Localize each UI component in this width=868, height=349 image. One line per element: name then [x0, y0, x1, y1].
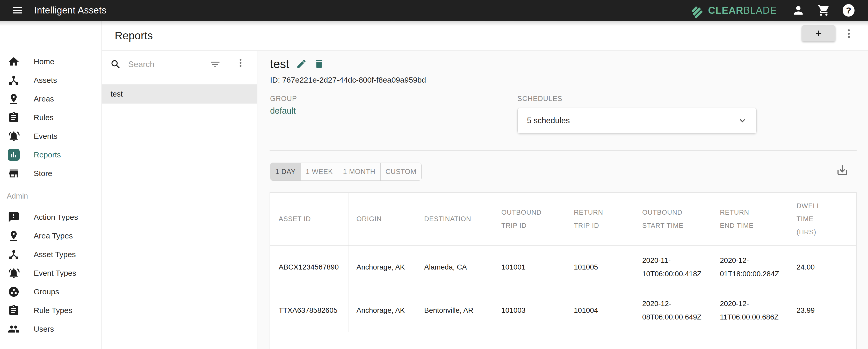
table-header-row: ASSET ID ORIGIN DESTINATION OUTBOUND TRI… [270, 193, 856, 246]
sidebar-divider [0, 185, 101, 185]
sidebar-item-reports[interactable]: Reports [0, 146, 101, 164]
search-icon [110, 59, 121, 70]
rule-types-icon [8, 305, 20, 316]
list-item[interactable]: test [102, 85, 257, 103]
page-title: Reports [115, 30, 153, 42]
groups-icon [8, 286, 20, 298]
report-list-panel: test [102, 51, 257, 349]
schedules-label: SCHEDULES [517, 95, 562, 103]
clearblade-logo-icon [689, 2, 705, 19]
tab-1-week[interactable]: 1 WEEK [301, 163, 338, 181]
col-header-asset-id: ASSET ID [270, 193, 348, 246]
col-header-origin: ORIGIN [348, 193, 416, 246]
cart-icon[interactable] [817, 4, 830, 17]
col-header-dwell-time: DWELL TIME (HRS) [789, 193, 856, 246]
help-icon[interactable]: ? [843, 4, 855, 17]
tab-1-month[interactable]: 1 MONTH [338, 163, 380, 181]
cell-outbound-start-time: 2020-11-10T06:00:00.418Z [634, 246, 712, 289]
report-list: test [102, 78, 257, 103]
account-icon[interactable] [792, 4, 805, 17]
store-icon [8, 167, 20, 180]
cell-asset-id: ABCX1234567890 [270, 246, 348, 289]
cell-destination: Bentonville, AR [416, 289, 494, 332]
rules-icon [8, 112, 20, 124]
more-vert-icon[interactable] [843, 28, 855, 43]
cell-dwell-time: 23.99 [789, 289, 856, 332]
cell-return-trip-id: 101004 [566, 289, 634, 332]
action-types-icon [8, 211, 20, 223]
cell-origin: Anchorage, AK [348, 246, 416, 289]
time-range-tabs: 1 DAY 1 WEEK 1 MONTH CUSTOM [270, 163, 422, 181]
events-icon [8, 130, 20, 142]
cell-return-trip-id: 101005 [566, 246, 634, 289]
download-icon[interactable] [836, 164, 849, 177]
sidebar-item-store[interactable]: Store [0, 164, 101, 183]
menu-icon[interactable] [11, 4, 24, 17]
sidebar-item-asset-types[interactable]: Asset Types [0, 245, 101, 264]
admin-section-label: Admin [0, 191, 101, 201]
cell-outbound-trip-id: 101001 [494, 246, 566, 289]
schedules-value: 5 schedules [527, 116, 570, 125]
sidebar-item-rule-types[interactable]: Rule Types [0, 301, 101, 320]
tab-1-day[interactable]: 1 DAY [270, 163, 301, 181]
app-title: Intelligent Assets [34, 5, 106, 16]
col-header-return-end-time: RETURN END TIME [712, 193, 789, 246]
delete-icon[interactable] [314, 59, 324, 69]
sidebar-item-home[interactable]: Home [0, 52, 101, 71]
add-report-button[interactable]: + [802, 25, 835, 41]
sidebar: Home Assets Areas Rules Events Reports S… [0, 21, 102, 349]
sidebar-item-events[interactable]: Events [0, 127, 101, 146]
sidebar-item-users[interactable]: Users [0, 320, 101, 338]
search-bar [102, 51, 257, 78]
report-id: ID: 767e221e-2d27-44dc-800f-f8ea09a959bd [270, 75, 426, 85]
cell-return-end-time: 2020-12-01T18:00:00.284Z [712, 246, 789, 289]
page-header: Reports + [102, 21, 868, 51]
report-detail: test ID: 767e221e-2d27-44dc-800f-f8ea09a… [257, 51, 868, 349]
sidebar-item-assets[interactable]: Assets [0, 71, 101, 90]
search-input[interactable] [128, 60, 198, 69]
area-types-icon [8, 230, 20, 242]
app-bar: Intelligent Assets CLEARBLADE ? [0, 0, 868, 21]
tab-custom[interactable]: CUSTOM [380, 163, 422, 181]
cell-origin: Anchorage, AK [348, 289, 416, 332]
clearblade-logo: CLEARBLADE [689, 2, 777, 19]
sidebar-item-groups[interactable]: Groups [0, 282, 101, 301]
table-row[interactable]: ABCX1234567890 Anchorage, AK Alameda, CA… [270, 246, 856, 289]
chevron-down-icon [737, 116, 748, 126]
users-icon [8, 323, 20, 335]
cell-destination: Alameda, CA [416, 246, 494, 289]
cell-return-end-time: 2020-12-11T06:00:00.686Z [712, 289, 789, 332]
sidebar-item-action-types[interactable]: Action Types [0, 208, 101, 226]
report-name: test [270, 57, 289, 71]
cell-outbound-start-time: 2020-12-08T06:00:00.649Z [634, 289, 712, 332]
event-types-icon [8, 267, 20, 279]
edit-icon[interactable] [296, 59, 307, 69]
sidebar-item-rules[interactable]: Rules [0, 108, 101, 127]
cell-asset-id: TTXA6378582605 [270, 289, 348, 332]
table-row[interactable]: TTXA6378582605 Anchorage, AK Bentonville… [270, 289, 856, 332]
sidebar-item-areas[interactable]: Areas [0, 90, 101, 108]
cell-outbound-trip-id: 101003 [494, 289, 566, 332]
group-label: GROUP [270, 95, 297, 103]
more-vert-icon[interactable] [236, 58, 246, 71]
sidebar-item-event-types[interactable]: Event Types [0, 264, 101, 282]
sidebar-item-area-types[interactable]: Area Types [0, 226, 101, 245]
clearblade-logo-text: CLEARBLADE [708, 5, 777, 16]
cell-dwell-time: 24.00 [789, 246, 856, 289]
group-link[interactable]: default [270, 106, 296, 116]
col-header-outbound-trip-id: OUTBOUND TRIP ID [494, 193, 566, 246]
asset-types-icon [8, 249, 20, 260]
assets-icon [8, 74, 20, 86]
reports-icon [8, 149, 20, 161]
filter-icon[interactable] [210, 59, 221, 70]
trips-table-card: ASSET ID ORIGIN DESTINATION OUTBOUND TRI… [270, 192, 857, 349]
col-header-return-trip-id: RETURN TRIP ID [566, 193, 634, 246]
col-header-destination: DESTINATION [416, 193, 494, 246]
areas-icon [8, 93, 20, 105]
schedules-dropdown[interactable]: 5 schedules [517, 108, 757, 134]
trips-table: ASSET ID ORIGIN DESTINATION OUTBOUND TRI… [270, 193, 856, 332]
home-icon [8, 56, 20, 68]
col-header-outbound-start-time: OUTBOUND START TIME [634, 193, 712, 246]
